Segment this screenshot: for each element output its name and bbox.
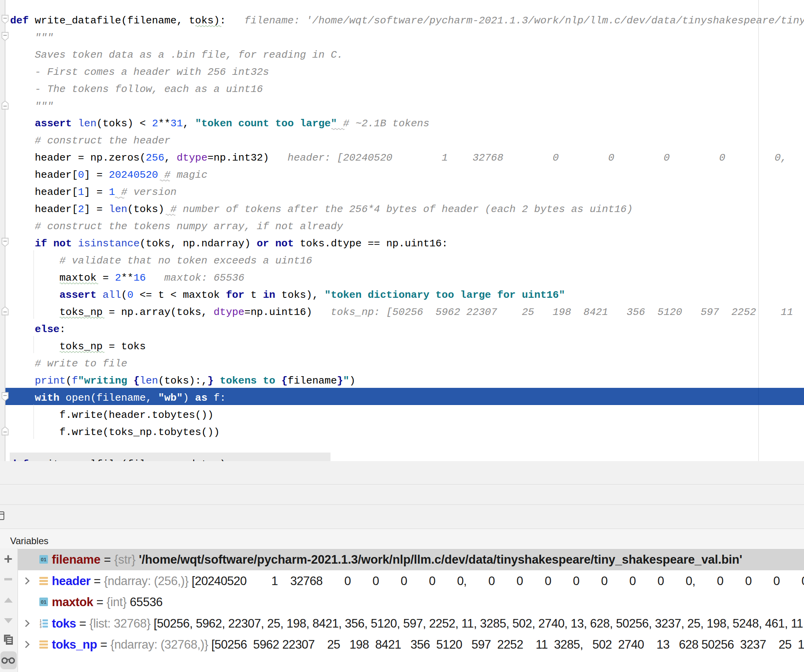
svg-text:01: 01 [41, 599, 46, 605]
svg-text:01: 01 [41, 557, 46, 562]
svg-text:3: 3 [40, 625, 42, 628]
